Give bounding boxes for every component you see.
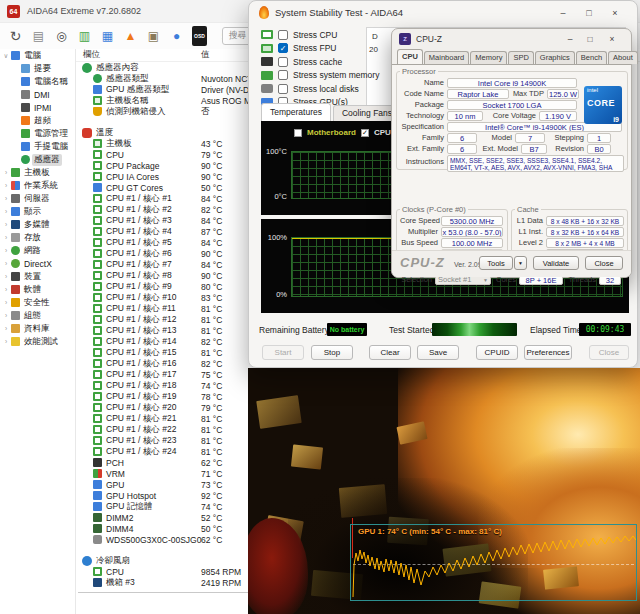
stress-checkbox[interactable] (278, 70, 288, 80)
start-button[interactable]: Start (262, 345, 304, 360)
tree-item-computer-name[interactable]: 電腦名稱 (0, 75, 75, 88)
l1-inst-field: 8 x 32 KB + 16 x 64 KB (546, 227, 624, 237)
tree-item-power[interactable]: 電源管理 (0, 127, 75, 140)
row-icon (93, 107, 102, 116)
stress-checkbox[interactable] (278, 57, 288, 67)
chevron-down-icon: ▼ (483, 277, 488, 283)
close-window-button[interactable]: × (605, 5, 625, 20)
refresh-icon[interactable]: ↻ (6, 27, 25, 46)
row-icon (93, 524, 102, 533)
legend-motherboard-checkbox[interactable] (294, 129, 302, 137)
elapsed-readout: 00:09:43 (579, 323, 631, 336)
osd-icon[interactable]: OSD (190, 27, 209, 46)
minimize-button[interactable]: – (553, 5, 573, 20)
close-window-button[interactable]: × (603, 32, 621, 46)
tree-item-software[interactable]: › 軟體 (0, 283, 75, 296)
clipboard-icon[interactable]: ▣ (144, 27, 163, 46)
tree-item-summary[interactable]: 提要 (0, 62, 75, 75)
gpu-render-region: GPU 1: 74° C (min: 54° C - max: 81° C) (248, 368, 640, 614)
cpuz-tab-memory[interactable]: Memory (470, 51, 507, 64)
device-icon (261, 84, 273, 93)
tree-item-overclock[interactable]: 超頻 (0, 114, 75, 127)
legend-motherboard-label: Motherboard (307, 128, 356, 137)
gpu-temp-osd-text: GPU 1: 74° C (min: 54° C - max: 81° C) (358, 527, 502, 536)
expand-arrow-icon: › (3, 299, 9, 306)
tools-button[interactable]: Tools (479, 256, 513, 270)
graph-legend: Motherboard CPU (294, 128, 391, 137)
cpuz-tab-cpu[interactable]: CPU (397, 49, 423, 64)
stability-test-flame-icon[interactable]: ▲ (121, 27, 140, 46)
row-icon (93, 227, 102, 236)
tree-item-computer[interactable]: ∨ 電腦 (0, 49, 75, 62)
stress-checkbox[interactable] (278, 84, 288, 94)
report-icon[interactable]: ▤ (29, 27, 48, 46)
close-button[interactable]: Close (585, 256, 623, 270)
check-stress-cpu: Stress CPU (261, 28, 379, 42)
maximize-button[interactable]: □ (579, 5, 599, 20)
cpuz-tab-spd[interactable]: SPD (508, 51, 533, 64)
expand-arrow-icon: › (3, 221, 9, 228)
save-button[interactable]: Save (417, 345, 459, 360)
row-icon (93, 337, 102, 346)
memory-icon[interactable]: ▥ (75, 27, 94, 46)
tree-node-icon (11, 207, 20, 216)
ext-model-field: B7 (521, 144, 547, 154)
clear-button[interactable]: Clear (369, 345, 411, 360)
expand-arrow-icon: › (3, 325, 9, 332)
cpuz-tab-bench[interactable]: Bench (576, 51, 607, 64)
tree-item-config[interactable]: › 組態 (0, 309, 75, 322)
tree-item-directx[interactable]: › DirectX (0, 257, 75, 270)
tree-item-multimedia[interactable]: › 多媒體 (0, 218, 75, 231)
tab-temperatures[interactable]: Temperatures (261, 103, 331, 121)
validate-button[interactable]: Validate (533, 256, 579, 270)
tree-item-benchmark[interactable]: › 效能測試 (0, 335, 75, 348)
code-name-field: Raptor Lake (447, 89, 509, 99)
cpu-icon[interactable]: ◎ (52, 27, 71, 46)
stop-button[interactable]: Stop (311, 345, 353, 360)
cpuz-tab-about[interactable]: About (608, 51, 638, 64)
tree-item-network[interactable]: › 網路 (0, 244, 75, 257)
package-field: Socket 1700 LGA (447, 100, 577, 110)
row-icon (93, 96, 102, 105)
stress-checkbox[interactable] (278, 30, 288, 40)
cpuz-tab-graphics[interactable]: Graphics (535, 51, 575, 64)
remote-icon[interactable]: ● (167, 27, 186, 46)
tree-item-display[interactable]: › 顯示 (0, 205, 75, 218)
legend-cpu-checkbox[interactable] (361, 129, 369, 137)
cpuz-tab-mainboard[interactable]: Mainboard (424, 51, 469, 64)
row-icon (93, 293, 102, 302)
tree-node-icon (11, 311, 20, 320)
check-stress-fpu: Stress FPU (261, 42, 379, 56)
cpuid-button[interactable]: CPUID (476, 345, 518, 360)
aida64-window-title: AIDA64 Extreme v7.20.6802 (27, 6, 141, 16)
l1-data-field: 8 x 48 KB + 16 x 32 KB (546, 216, 624, 226)
row-icon (93, 326, 102, 335)
row-icon (93, 403, 102, 412)
tree-item-security[interactable]: › 安全性 (0, 296, 75, 309)
preferences-button[interactable]: Preferences (524, 345, 572, 360)
y-min-label: 0°C (261, 192, 287, 201)
minimize-button[interactable]: – (561, 32, 579, 46)
tree-item-database[interactable]: › 資料庫 (0, 322, 75, 335)
column-value[interactable]: 值 (201, 49, 210, 61)
tree-item-motherboard[interactable]: › 主機板 (0, 166, 75, 179)
tree-item-sensor[interactable]: 感應器 (0, 153, 75, 166)
tree-item-dmi[interactable]: DMI (0, 88, 75, 101)
stress-checkbox[interactable] (278, 43, 288, 53)
column-field[interactable]: 欄位 (76, 49, 201, 61)
row-icon (93, 502, 102, 511)
tree-item-storage[interactable]: › 存放 (0, 231, 75, 244)
tree-item-os[interactable]: › 作業系統 (0, 179, 75, 192)
tree-node-icon (11, 233, 20, 242)
tree-node-icon (21, 129, 30, 138)
battery-readout: No battery (327, 323, 367, 336)
tree-item-server[interactable]: › 伺服器 (0, 192, 75, 205)
tree-item-portable[interactable]: 手提電腦 (0, 140, 75, 153)
video-adapter-icon[interactable]: ▦ (98, 27, 117, 46)
expand-arrow-icon: › (3, 169, 9, 176)
close-button[interactable]: Close (589, 345, 629, 360)
expand-arrow-icon: › (3, 247, 9, 254)
tools-dropdown-button[interactable]: ▼ (514, 256, 527, 270)
tree-item-devices[interactable]: › 裝置 (0, 270, 75, 283)
tree-item-ipmi[interactable]: IPMI (0, 101, 75, 114)
